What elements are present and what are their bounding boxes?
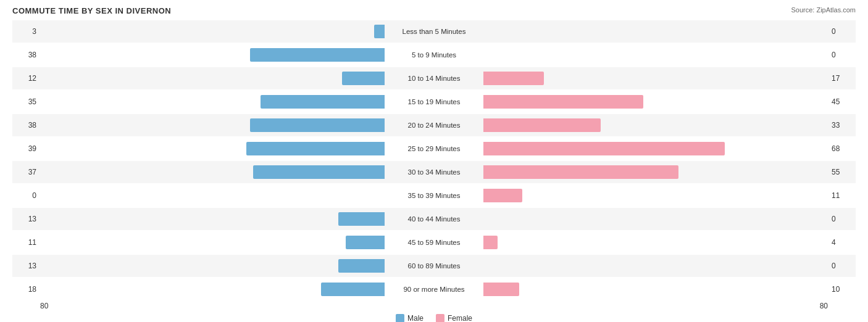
female-bar-half: [483, 208, 828, 230]
bar-pair: 90 or more Minutes: [40, 278, 828, 300]
female-bar: [483, 95, 643, 109]
female-bar: [483, 72, 544, 85]
female-bar-half: [483, 138, 828, 160]
bar-pair: 30 to 34 Minutes: [40, 161, 828, 183]
chart-container: COMMUTE TIME BY SEX IN DIVERNON Source: …: [0, 0, 868, 322]
bar-pair: Less than 5 Minutes: [40, 20, 828, 43]
bar-label: 20 to 24 Minutes: [385, 122, 483, 129]
bar-label: 5 to 9 Minutes: [385, 51, 483, 59]
bar-label: 15 to 19 Minutes: [385, 98, 483, 105]
bar-pair: 45 to 59 Minutes: [40, 231, 828, 254]
bar-pair: 60 to 89 Minutes: [40, 255, 828, 277]
table-row: 12 10 to 14 Minutes 17: [12, 67, 856, 89]
axis-labels: 80 80: [12, 302, 856, 310]
female-value: 0: [828, 27, 856, 36]
male-value: 39: [12, 144, 40, 153]
male-bar: [338, 259, 385, 273]
female-value: 45: [828, 97, 856, 106]
female-bar-half: [483, 184, 828, 207]
female-value: 17: [828, 74, 856, 83]
chart-title: COMMUTE TIME BY SEX IN DIVERNON: [12, 6, 856, 15]
male-bar-half: [40, 20, 385, 43]
legend: Male Female: [12, 314, 856, 322]
table-row: 0 35 to 39 Minutes 11: [12, 184, 856, 207]
female-bar: [483, 189, 522, 202]
table-row: 35 15 to 19 Minutes 45: [12, 91, 856, 113]
female-bar-half: [483, 278, 828, 300]
bar-label: 90 or more Minutes: [385, 286, 483, 293]
axis-right: 80: [820, 302, 828, 310]
male-value: 37: [12, 168, 40, 176]
female-bar: [483, 118, 601, 132]
female-value: 0: [828, 262, 856, 270]
bar-label: 60 to 89 Minutes: [385, 262, 483, 270]
male-bar-half: [40, 208, 385, 230]
bar-label: 30 to 34 Minutes: [385, 168, 483, 176]
male-value: 12: [12, 74, 40, 83]
bar-label: 10 to 14 Minutes: [385, 75, 483, 82]
male-bar: [253, 165, 385, 179]
male-bar: [342, 72, 385, 85]
male-value: 3: [12, 27, 40, 36]
bar-label: 35 to 39 Minutes: [385, 192, 483, 199]
legend-male-label: Male: [407, 314, 424, 322]
female-value: 4: [828, 238, 856, 247]
male-bar-half: [40, 138, 385, 160]
table-row: 11 45 to 59 Minutes 4: [12, 231, 856, 254]
bar-label: 45 to 59 Minutes: [385, 239, 483, 246]
table-row: 13 60 to 89 Minutes 0: [12, 255, 856, 277]
table-row: 3 Less than 5 Minutes 0: [12, 20, 856, 43]
bar-label: Less than 5 Minutes: [385, 28, 483, 35]
legend-female-label: Female: [448, 314, 472, 322]
male-bar: [321, 283, 385, 296]
male-bar-half: [40, 231, 385, 254]
male-value: 11: [12, 238, 40, 247]
bar-label: 25 to 29 Minutes: [385, 145, 483, 152]
female-bar-half: [483, 114, 828, 136]
female-value: 33: [828, 121, 856, 130]
male-bar-half: [40, 278, 385, 300]
bar-pair: 35 to 39 Minutes: [40, 184, 828, 207]
male-value: 13: [12, 262, 40, 270]
male-value: 35: [12, 97, 40, 106]
female-bar-half: [483, 91, 828, 113]
table-row: 39 25 to 29 Minutes 68: [12, 138, 856, 160]
female-bar: [483, 236, 498, 249]
female-bar-half: [483, 255, 828, 277]
female-value: 55: [828, 168, 856, 176]
male-bar-half: [40, 161, 385, 183]
male-value: 0: [12, 191, 40, 200]
bar-label: 40 to 44 Minutes: [385, 215, 483, 223]
table-row: 38 20 to 24 Minutes 33: [12, 114, 856, 136]
male-bar-half: [40, 114, 385, 136]
legend-male: Male: [396, 314, 424, 322]
bar-pair: 15 to 19 Minutes: [40, 91, 828, 113]
table-row: 13 40 to 44 Minutes 0: [12, 208, 856, 230]
legend-male-box: [396, 314, 404, 322]
bar-pair: 25 to 29 Minutes: [40, 138, 828, 160]
female-bar: [483, 283, 519, 296]
table-row: 18 90 or more Minutes 10: [12, 278, 856, 300]
female-bar-half: [483, 44, 828, 66]
male-bar-half: [40, 67, 385, 89]
female-value: 68: [828, 144, 856, 153]
female-value: 11: [828, 191, 856, 200]
legend-female: Female: [436, 314, 472, 322]
female-bar: [483, 142, 725, 155]
legend-female-box: [436, 314, 444, 322]
female-value: 0: [828, 51, 856, 59]
female-bar-half: [483, 67, 828, 89]
male-bar-half: [40, 255, 385, 277]
female-bar-half: [483, 20, 828, 43]
male-bar-half: [40, 44, 385, 66]
male-value: 38: [12, 51, 40, 59]
male-bar: [261, 95, 385, 109]
male-bar: [250, 48, 385, 62]
table-row: 38 5 to 9 Minutes 0: [12, 44, 856, 66]
male-bar-half: [40, 91, 385, 113]
male-value: 13: [12, 215, 40, 223]
female-value: 10: [828, 285, 856, 294]
male-bar: [250, 118, 385, 132]
bar-pair: 40 to 44 Minutes: [40, 208, 828, 230]
male-bar: [346, 236, 385, 249]
